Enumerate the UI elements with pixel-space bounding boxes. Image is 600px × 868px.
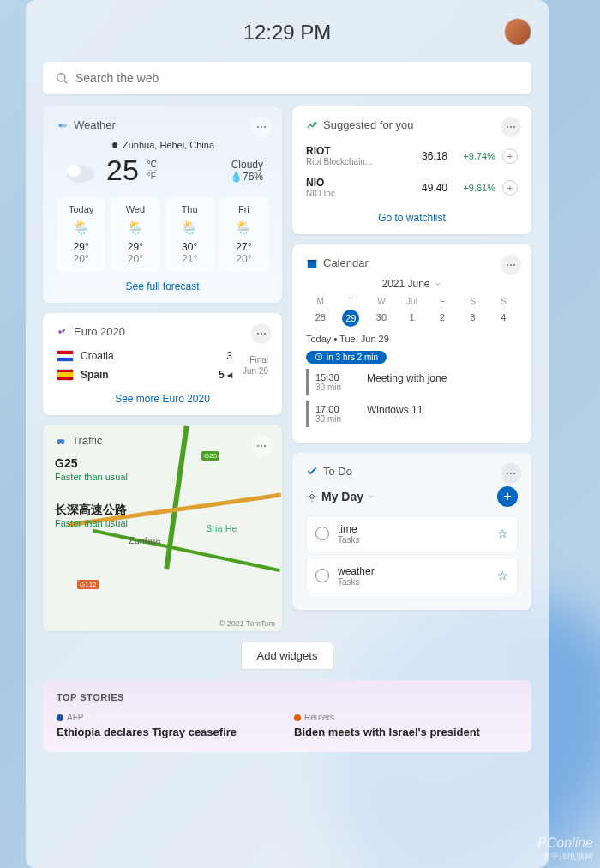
calendar-title: Calendar (323, 256, 369, 269)
cal-dow: M (306, 295, 335, 308)
calendar-event[interactable]: 17:0030 min Windows 11 (306, 401, 518, 427)
todo-item[interactable]: weatherTasks ☆ (306, 558, 518, 594)
cal-dow: S (489, 295, 518, 308)
match-row-1: Croatia 3 (57, 347, 232, 365)
euro-menu-button[interactable]: ⋯ (251, 323, 272, 344)
euro-more-link[interactable]: See more Euro 2020 (57, 393, 268, 405)
suggested-menu-button[interactable]: ⋯ (501, 117, 521, 137)
todo-menu-button[interactable]: ⋯ (501, 463, 521, 484)
weather-title: Weather (74, 118, 116, 131)
route-2-name: 长深高速公路 (55, 503, 127, 518)
cal-dow: Jul (398, 295, 427, 308)
myday-header[interactable]: My Day + (306, 486, 518, 507)
next-event-pill: in 3 hrs 2 min (306, 351, 387, 364)
watermark-sub: 太平洋电脑网 (542, 851, 593, 863)
add-stock-button[interactable]: + (502, 180, 518, 196)
star-icon[interactable]: ☆ (497, 527, 508, 540)
calendar-event[interactable]: 15:3030 min Meeting with jone (306, 369, 518, 395)
cal-day[interactable]: 30 (367, 310, 396, 327)
sports-icon (57, 326, 69, 338)
top-stories-title: TOP STORIES (57, 692, 518, 702)
map-city-2: Sha He (206, 523, 237, 533)
rain-icon: 🌦️ (223, 220, 265, 236)
match-row-2: Spain 5 ◂ (57, 365, 232, 384)
weather-icon (57, 119, 69, 131)
svg-point-4 (67, 165, 81, 177)
todo-checkbox[interactable] (315, 569, 329, 582)
widgets-panel: 12:29 PM Weather ⋯ Zunhua, Hebei, China (26, 0, 549, 868)
svg-point-12 (310, 494, 315, 498)
story-item[interactable]: Reuters Biden meets with Israel's presid… (294, 713, 518, 740)
search-icon (55, 71, 69, 85)
forecast-day[interactable]: Fri 🌦️ 27° 20° (219, 197, 268, 272)
svg-rect-10 (308, 259, 317, 261)
source-dot-icon (57, 714, 63, 721)
star-icon[interactable]: ☆ (497, 569, 508, 582)
euro-card[interactable]: Euro 2020 ⋯ Croatia 3 Spain 5 ◂ (43, 313, 282, 415)
forecast-day[interactable]: Wed 🌦️ 29° 20° (111, 197, 159, 272)
weather-menu-button[interactable]: ⋯ (251, 117, 272, 137)
chevron-down-icon (367, 492, 375, 501)
search-input[interactable] (75, 71, 519, 85)
todo-title: To Do (323, 465, 352, 478)
cal-dow: W (367, 295, 396, 308)
add-stock-button[interactable]: + (502, 148, 518, 164)
rain-icon: 🌦️ (169, 220, 211, 236)
cal-dow: F (428, 295, 457, 308)
stock-row[interactable]: RIOT Riot Blockchain... 36.18 +9.74% + (306, 140, 518, 172)
route-badge-2: G25 (201, 451, 219, 461)
cal-day[interactable]: 4 (489, 310, 518, 327)
todo-icon (306, 465, 318, 477)
forecast-day[interactable]: Thu 🌦️ 30° 21° (165, 197, 214, 272)
suggested-title: Suggested for you (323, 118, 414, 131)
add-widgets-button[interactable]: Add widgets (241, 642, 334, 670)
map-city-1: Zunhua (129, 535, 160, 546)
cal-dow: T (337, 295, 366, 308)
flag-spain (57, 369, 74, 381)
svg-point-5 (58, 330, 62, 334)
forecast-day[interactable]: Today 🌦️ 29° 20° (57, 197, 105, 272)
calendar-card[interactable]: Calendar ⋯ 2021 June MTWJulFSS2829301234… (292, 244, 531, 443)
current-temp: 25 (106, 154, 139, 187)
cal-day[interactable]: 29 (342, 310, 359, 327)
traffic-title: Traffic (72, 434, 102, 447)
sun-icon (306, 491, 318, 503)
cal-day[interactable]: 28 (306, 310, 335, 327)
home-icon (111, 141, 119, 149)
route-1-name: G25 (55, 456, 77, 470)
cal-day[interactable]: 2 (428, 310, 457, 327)
traffic-menu-button[interactable]: ⋯ (251, 436, 272, 456)
route-1-status: Faster than usual (55, 472, 128, 482)
clock-icon (315, 353, 323, 361)
map-copyright: © 2021 TomTom (219, 619, 276, 628)
map-image[interactable] (43, 425, 282, 631)
todo-checkbox[interactable] (315, 527, 329, 540)
search-box[interactable] (43, 62, 531, 94)
temp-unit[interactable]: °C °F (147, 160, 157, 181)
full-forecast-link[interactable]: See full forecast (57, 280, 268, 292)
weather-condition: Cloudy 💧76% (230, 159, 263, 183)
traffic-card[interactable]: Traffic ⋯ G25 Faster than usual 长深高速公路 F… (43, 425, 282, 631)
calendar-month[interactable]: 2021 June (306, 278, 518, 290)
add-task-button[interactable]: + (497, 486, 518, 507)
cal-dow: S (459, 295, 488, 308)
calendar-menu-button[interactable]: ⋯ (501, 255, 521, 275)
chevron-down-icon (434, 280, 442, 288)
suggested-card[interactable]: Suggested for you ⋯ RIOT Riot Blockchain… (292, 106, 531, 234)
stock-row[interactable]: NIO NIO Inc 49.40 +9.61% + (306, 172, 518, 203)
watchlist-link[interactable]: Go to watchlist (306, 212, 518, 224)
calendar-icon (306, 257, 318, 269)
cal-day[interactable]: 1 (398, 310, 427, 327)
user-avatar[interactable] (504, 18, 531, 45)
cal-day[interactable]: 3 (459, 310, 488, 327)
story-item[interactable]: AFP Ethiopia declares Tigray ceasefire (57, 713, 280, 740)
svg-point-0 (57, 74, 65, 81)
weather-card[interactable]: Weather ⋯ Zunhua, Hebei, China 25 °C °F … (43, 106, 282, 303)
rain-icon: 🌦️ (60, 220, 102, 236)
todo-card[interactable]: To Do ⋯ My Day + timeTasks ☆ weatherTask… (292, 453, 531, 610)
traffic-icon (55, 435, 67, 447)
rain-icon: 🌦️ (114, 220, 156, 236)
svg-line-1 (64, 81, 67, 83)
todo-item[interactable]: timeTasks ☆ (306, 515, 518, 552)
watermark: PConline (537, 835, 593, 851)
